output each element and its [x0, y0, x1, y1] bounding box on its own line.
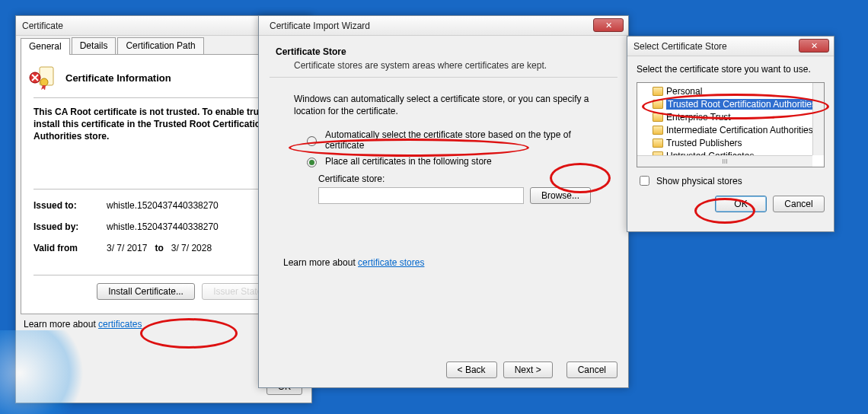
- tree-item-label: Intermediate Certification Authorities: [666, 125, 813, 135]
- browse-button[interactable]: Browse...: [530, 187, 591, 204]
- issued-by-label: Issued by:: [34, 221, 102, 232]
- folder-icon: [653, 100, 663, 109]
- back-button[interactable]: < Back: [446, 361, 497, 378]
- show-physical-checkbox[interactable]: [640, 176, 649, 186]
- wizard-subheading: Certificate stores are system areas wher…: [294, 60, 611, 71]
- issued-to-value: whistle.1520437440338270: [107, 200, 219, 211]
- issued-by-value: whistle.1520437440338270: [107, 221, 219, 232]
- close-icon[interactable]: [799, 39, 829, 53]
- tree-item-trusted-publishers[interactable]: Trusted Publishers: [640, 136, 824, 149]
- radio-auto-label: Automatically select the certificate sto…: [325, 129, 611, 151]
- learn-more-prefix: Learn more about: [283, 257, 358, 268]
- error-badge-icon: [29, 72, 41, 84]
- certificate-stores-link[interactable]: certificate stores: [358, 257, 424, 268]
- wizard-heading: Certificate Store: [276, 46, 611, 57]
- store-input[interactable]: [318, 187, 524, 204]
- trust-warning-text: This CA Root certificate is not trusted.…: [34, 106, 294, 143]
- folder-icon: [653, 87, 663, 96]
- radio-auto-input[interactable]: [307, 136, 317, 146]
- cancel-button[interactable]: Cancel: [566, 361, 617, 378]
- install-certificate-button[interactable]: Install Certificate...: [97, 283, 195, 300]
- tree-item-label: Personal: [666, 86, 702, 97]
- tab-certpath[interactable]: Certification Path: [117, 37, 203, 54]
- store-field-label: Certificate store:: [318, 174, 611, 184]
- wizard-paragraph: Windows can automatically select a certi…: [294, 93, 611, 117]
- show-physical-stores-check[interactable]: Show physical stores: [637, 174, 825, 188]
- tree-item-label: Trusted Publishers: [666, 138, 742, 148]
- svg-point-1: [40, 78, 48, 86]
- valid-to-value: 3/ 7/ 2028: [171, 243, 212, 253]
- radio-place-input[interactable]: [307, 158, 317, 167]
- valid-from-value: 3/ 7/ 2017: [107, 243, 147, 253]
- certificate-icon: [34, 65, 58, 90]
- select-store-window: Select Certificate Store Select the cert…: [627, 36, 834, 232]
- store-tree[interactable]: Personal Trusted Root Certification Auth…: [637, 82, 825, 167]
- tree-item-trusted-root[interactable]: Trusted Root Certification Authorities: [640, 97, 824, 110]
- tab-details[interactable]: Details: [72, 37, 116, 54]
- tree-item-label: Enterprise Trust: [666, 112, 731, 123]
- folder-icon: [653, 139, 663, 148]
- folder-icon: [653, 113, 663, 122]
- valid-to-word: to: [155, 243, 163, 253]
- tree-item-label: Trusted Root Certification Authorities: [666, 99, 818, 110]
- tree-item-enterprise-trust[interactable]: Enterprise Trust: [640, 110, 824, 123]
- certificates-link[interactable]: certificates: [98, 319, 142, 330]
- radio-auto-select[interactable]: Automatically select the certificate sto…: [303, 129, 611, 151]
- horizontal-scrollbar[interactable]: III: [637, 155, 812, 167]
- valid-from-label: Valid from: [34, 243, 102, 253]
- cancel-button[interactable]: Cancel: [773, 196, 825, 212]
- import-wizard-window: Certificate Import Wizard Certificate St…: [258, 15, 629, 388]
- next-button[interactable]: Next >: [503, 361, 553, 378]
- radio-place-label: Place all certificates in the following …: [325, 156, 492, 167]
- cert-info-heading: Certificate Information: [65, 72, 171, 84]
- radio-place-all[interactable]: Place all certificates in the following …: [303, 155, 611, 167]
- tab-general[interactable]: General: [21, 38, 70, 55]
- close-icon[interactable]: [593, 18, 624, 32]
- window-title[interactable]: Certificate Import Wizard: [259, 16, 628, 36]
- folder-icon: [653, 126, 663, 135]
- tree-item-intermediate-ca[interactable]: Intermediate Certification Authorities: [640, 123, 824, 136]
- issued-to-label: Issued to:: [34, 200, 102, 211]
- select-store-prompt: Select the certificate store you want to…: [637, 64, 825, 75]
- vertical-scrollbar[interactable]: [812, 83, 824, 155]
- show-physical-label: Show physical stores: [656, 176, 742, 186]
- learn-more-prefix: Learn more about: [24, 319, 98, 330]
- tree-item-personal[interactable]: Personal: [640, 84, 824, 97]
- ok-button[interactable]: OK: [715, 196, 767, 212]
